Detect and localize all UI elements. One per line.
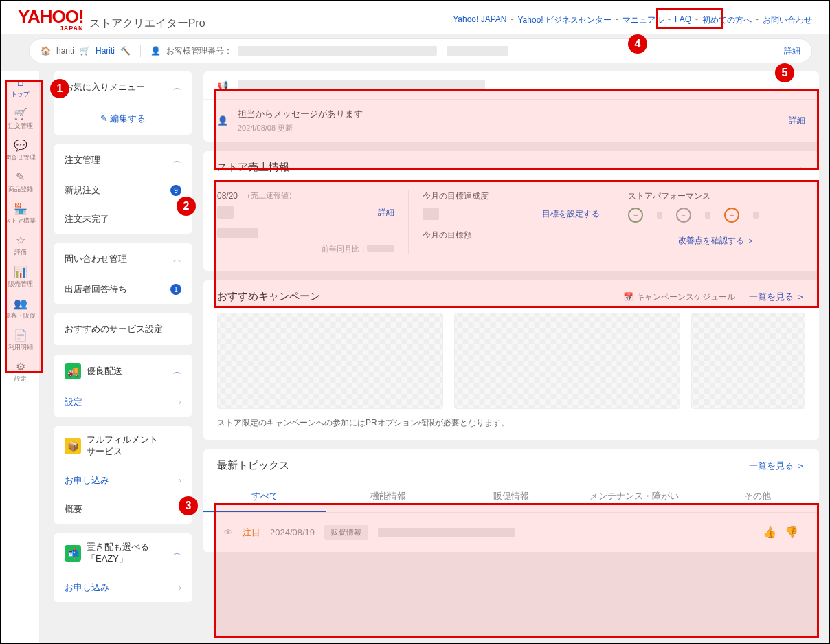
customer-no-label: お客様管理番号： bbox=[166, 45, 232, 57]
topic-title-redacted bbox=[378, 528, 515, 537]
mid-column: お気に入りメニュー︿ ✎ 編集する 注文管理︿ 新規注文9 注文未完了 問い合わ… bbox=[40, 71, 192, 644]
row-overview[interactable]: 概要› bbox=[54, 495, 192, 524]
truck-icon: 🚚 bbox=[65, 363, 81, 379]
vnav-promo[interactable]: 👥集客・販促 bbox=[1, 293, 39, 324]
order-title: 注文管理 bbox=[65, 154, 100, 166]
chevron-up-icon[interactable]: ︿ bbox=[797, 162, 805, 173]
sales-col-revenue: 08/20 （売上速報値） 詳細 前年同月比： bbox=[217, 190, 409, 254]
topics-view-all[interactable]: 一覧を見る ＞ bbox=[749, 460, 805, 472]
tab-maint[interactable]: メンテナンス・障がい bbox=[573, 482, 696, 512]
sales-detail[interactable]: 詳細 bbox=[378, 207, 394, 219]
chevron-right-icon: › bbox=[179, 397, 181, 407]
campaign-card-3[interactable] bbox=[691, 313, 805, 409]
thumb-up-icon[interactable]: 👍 bbox=[763, 526, 776, 539]
campaign-title: おすすめキャンペーン bbox=[217, 290, 320, 303]
yoy-label: 前年同月比： bbox=[322, 245, 367, 253]
service-row-eazy[interactable]: 📬 置き配も選べる 「EAZY」 ︿ bbox=[54, 533, 192, 573]
card-premium-delivery: 🚚 優良配送 ︿ 設定› bbox=[54, 355, 192, 417]
link-manual[interactable]: マニュアル bbox=[622, 14, 664, 26]
chat-icon: 💬 bbox=[14, 139, 27, 152]
card-fulfillment: 📦 フルフィルメント サービス お申し込み› 概要› bbox=[54, 426, 192, 524]
campaign-schedule[interactable]: 📅 キャンペーンスケジュール bbox=[623, 291, 735, 303]
box-icon: 📦 bbox=[65, 438, 81, 454]
topic-row[interactable]: 👁 注目 2024/08/19 販促情報 👍 👎 bbox=[203, 513, 819, 552]
package-icon: 📬 bbox=[65, 545, 81, 562]
sales-col-goal: 今月の目標達成度 目標を設定する 今月の目標額 bbox=[423, 190, 614, 254]
vnav-order[interactable]: 🛒注文管理 bbox=[1, 103, 39, 135]
campaign-card-2[interactable] bbox=[454, 313, 680, 409]
card-rec-service: おすすめのサービス設定 bbox=[54, 313, 192, 345]
fav-menu-edit[interactable]: ✎ 編集する bbox=[54, 103, 192, 135]
notice-text-redacted bbox=[238, 80, 485, 91]
rec-service-title: おすすめのサービス設定 bbox=[65, 323, 163, 335]
face-sad-icon: ⌢ bbox=[724, 208, 739, 223]
gear-icon: ⚙ bbox=[16, 360, 25, 373]
vnav-settings[interactable]: ⚙設定 bbox=[1, 356, 39, 388]
row-incomplete-order[interactable]: 注文未完了 bbox=[54, 205, 192, 234]
card-inquiry: 問い合わせ管理︿ 出店者回答待ち1 bbox=[54, 243, 192, 304]
performance-label: ストアパフォーマンス bbox=[628, 190, 710, 202]
chevron-up-icon[interactable]: ︿ bbox=[173, 155, 181, 166]
row-new-order[interactable]: 新規注文9 bbox=[54, 176, 192, 205]
notice-detail[interactable]: 詳細 bbox=[789, 115, 805, 126]
check-improvement[interactable]: 改善点を確認する ＞ bbox=[678, 236, 754, 245]
campaign-card-1[interactable] bbox=[217, 313, 443, 409]
service-row-premium[interactable]: 🚚 優良配送 ︿ bbox=[54, 355, 192, 388]
row-apply[interactable]: お申し込み› bbox=[54, 466, 192, 495]
row-apply-eazy[interactable]: お申し込み› bbox=[54, 573, 192, 602]
tab-promo[interactable]: 販促情報 bbox=[449, 482, 572, 512]
vnav-statement[interactable]: 📄利用明細 bbox=[1, 324, 39, 356]
chevron-right-icon: › bbox=[179, 583, 181, 592]
vnav-rating[interactable]: ☆評価 bbox=[1, 230, 39, 261]
tab-all[interactable]: すべて bbox=[203, 482, 326, 512]
link-yahoo-japan[interactable]: Yahoo! JAPAN bbox=[453, 14, 506, 26]
topic-attention: 注目 bbox=[243, 526, 260, 539]
panel-campaign: おすすめキャンペーン 📅 キャンペーンスケジュール 一覧を見る ＞ ストア限定の… bbox=[203, 280, 819, 440]
notice-row-2: 👤 担当からメッセージがあります 2024/08/08 更新 詳細 bbox=[203, 100, 819, 142]
chevron-right-icon: › bbox=[179, 476, 181, 485]
chevron-up-icon[interactable]: ︿ bbox=[173, 82, 181, 93]
chevron-up-icon[interactable]: ︿ bbox=[173, 254, 181, 265]
panel-sales-info: ストア売上情報 ︿ 08/20 （売上速報値） 詳細 前年同月比： 今月の目標達… bbox=[203, 151, 819, 271]
redacted bbox=[217, 228, 258, 238]
service-row-fulfillment[interactable]: 📦 フルフィルメント サービス bbox=[54, 426, 192, 466]
row-inquiry-waiting[interactable]: 出店者回答待ち1 bbox=[54, 275, 192, 304]
goal-value-redacted bbox=[423, 208, 439, 220]
notice-row-1: 📢 bbox=[203, 71, 819, 100]
goal-label: 今月の目標達成度 bbox=[423, 190, 489, 202]
vnav-inquiry[interactable]: 💬問合せ管理 bbox=[1, 135, 39, 166]
calendar-icon: 📅 bbox=[623, 292, 633, 302]
panel-topics: 最新トピックス 一覧を見る ＞ すべて 機能情報 販促情報 メンテナンス・障がい… bbox=[203, 449, 819, 552]
customer-no-value bbox=[238, 46, 437, 56]
hammer-icon: 🔨 bbox=[120, 46, 131, 56]
vnav-top[interactable]: ⌂トップ bbox=[1, 71, 39, 103]
thumb-down-icon[interactable]: 👎 bbox=[785, 526, 798, 539]
store-link[interactable]: Hariti bbox=[96, 46, 115, 56]
subheader-detail[interactable]: 詳細 bbox=[784, 45, 800, 57]
chevron-up-icon: ︿ bbox=[173, 547, 181, 559]
link-first-time[interactable]: 初めての方へ bbox=[702, 14, 752, 26]
people-icon: 👥 bbox=[14, 297, 27, 310]
campaign-view-all[interactable]: 一覧を見る ＞ bbox=[749, 291, 805, 302]
doc-icon: 📄 bbox=[14, 329, 27, 342]
tab-other[interactable]: その他 bbox=[696, 482, 819, 512]
main-content: 📢 👤 担当からメッセージがあります 2024/08/08 更新 詳細 ストア売… bbox=[192, 71, 829, 644]
topics-tabs: すべて 機能情報 販促情報 メンテナンス・障がい その他 bbox=[203, 482, 819, 513]
megaphone-icon: 📢 bbox=[217, 80, 229, 91]
vnav-store-build[interactable]: 🏪ストア構築 bbox=[1, 198, 39, 230]
cart-icon: 🛒 bbox=[80, 46, 90, 56]
fav-menu-title: お気に入りメニュー bbox=[65, 81, 145, 93]
link-contact[interactable]: お問い合わせ bbox=[763, 14, 812, 26]
set-goal[interactable]: 目標を設定する bbox=[542, 208, 600, 220]
tab-feature[interactable]: 機能情報 bbox=[326, 482, 449, 512]
vnav-sales[interactable]: 📊販売管理 bbox=[1, 261, 39, 293]
link-biz-center[interactable]: Yahoo! ビジネスセンター bbox=[518, 14, 612, 26]
sales-info-title: ストア売上情報 bbox=[217, 161, 289, 174]
home-icon: ⌂ bbox=[17, 76, 24, 89]
topics-title: 最新トピックス bbox=[217, 459, 289, 472]
vnav-product[interactable]: ✎商品登録 bbox=[1, 166, 39, 198]
header-links: Yahoo! JAPAN- Yahoo! ビジネスセンター- マニュアル- FA… bbox=[453, 14, 812, 26]
link-faq[interactable]: FAQ bbox=[675, 14, 691, 26]
chevron-up-icon: ︿ bbox=[173, 366, 181, 377]
row-settings[interactable]: 設定› bbox=[54, 388, 192, 417]
